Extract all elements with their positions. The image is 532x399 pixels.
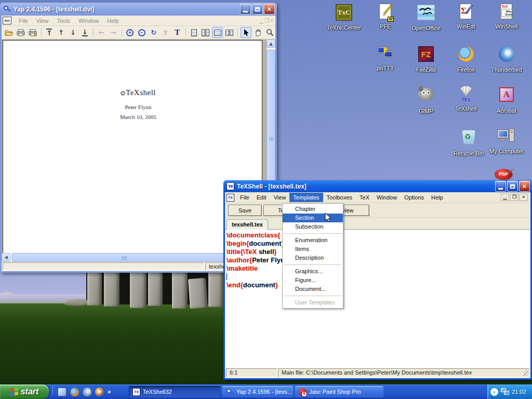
text-tool-button[interactable]: T	[172, 27, 183, 38]
menu-templates[interactable]: Templates	[289, 193, 323, 202]
menu-edit[interactable]: Edit	[253, 193, 270, 202]
resize-grip[interactable]	[523, 370, 529, 377]
fit-width-icon	[214, 30, 221, 36]
stonehenge-stone	[104, 271, 119, 307]
menu-view[interactable]: View	[270, 193, 290, 202]
desktop-icon-winshell[interactable]: TeXWin Shell WinShell	[483, 3, 530, 30]
desktop-icon-my-computer[interactable]: My Computer	[483, 128, 530, 154]
firefox-quicklaunch-icon[interactable]	[70, 388, 79, 396]
yap-menu-tools[interactable]: Tools	[52, 17, 74, 25]
yap-close-button[interactable]: ×	[264, 4, 275, 15]
toolbar-separator	[52, 387, 53, 396]
task-button-paint-shop-pro[interactable]: Jasc Paint Shop Pro	[295, 386, 383, 397]
icon-label: Thunderbird	[483, 66, 530, 73]
tab-texshell-tex[interactable]: texshell.tex	[227, 219, 268, 230]
select-tool-button[interactable]	[241, 27, 251, 38]
open-file-button[interactable]	[4, 27, 15, 38]
menu-item-subsection[interactable]: Subsection	[283, 222, 343, 231]
quicklaunch-overflow-chevron[interactable]: »	[108, 388, 111, 396]
desktop-icon-paint-shop-pro[interactable]: PSP	[495, 169, 512, 180]
desktop-icon-thunderbird[interactable]: Thunderbird	[483, 45, 530, 73]
single-page-view-button[interactable]	[189, 27, 200, 38]
first-page-icon: ↑	[46, 29, 52, 36]
save-button[interactable]: Save	[228, 205, 262, 216]
yap-menu-file[interactable]: File	[15, 17, 32, 25]
pointer-icon	[243, 29, 249, 36]
desktop-icon-winedt[interactable]: Σ WinEdt	[443, 3, 489, 30]
windows-flag-icon	[10, 388, 18, 396]
mdi-close-button[interactable]: ×	[520, 194, 528, 201]
desktop-icon-putty[interactable]: puTTY	[362, 45, 409, 71]
refresh-button[interactable]: ↻	[148, 27, 159, 38]
ruler-tool-button[interactable]: T	[160, 27, 171, 38]
last-page-button[interactable]: ↓	[79, 27, 90, 38]
menu-item-figure[interactable]: Figure...	[283, 276, 343, 285]
task-button-yap[interactable]: Yap 2.4.1596 - [texs...	[222, 386, 293, 397]
menu-help[interactable]: Help	[428, 193, 447, 202]
print-button[interactable]	[16, 27, 26, 38]
desktop-icon-pfe[interactable]: 32 PFE	[362, 3, 409, 30]
taskbar-clock[interactable]: 21:02	[512, 389, 526, 395]
yap-menu-window[interactable]: Window	[74, 17, 103, 25]
continuous-view-icon	[225, 30, 233, 36]
icon-label: WinEdt	[443, 23, 489, 30]
gimp-icon	[417, 88, 435, 107]
hyperref-anchor-icon	[121, 91, 125, 96]
hand-tool-button[interactable]	[252, 27, 263, 38]
desktop-icon-texniccenter[interactable]: TxC TeXnicCenter	[321, 3, 367, 31]
first-page-button[interactable]: ↑	[44, 27, 55, 38]
mdi-restore-button[interactable]: ❒	[510, 194, 518, 201]
stonehenge-stone	[188, 278, 208, 309]
texshell-window: TX TeXShell - [texshell.tex] × TX File E…	[223, 180, 532, 380]
yap-menu-view[interactable]: View	[32, 17, 53, 25]
desktop-icon-texshell[interactable]: TEX TeXshell	[443, 85, 489, 112]
menu-item-graphics[interactable]: Graphics...	[283, 267, 343, 276]
desktop-icon-acrobat[interactable]: A Acrobat	[483, 85, 530, 114]
continuous-view-button[interactable]	[224, 27, 235, 38]
network-tray-icon[interactable]	[501, 388, 509, 395]
fit-width-view-button[interactable]	[212, 27, 223, 38]
magnifier-tool-button[interactable]	[264, 27, 275, 38]
menu-item-description[interactable]: Description	[283, 254, 343, 262]
menu-item-items[interactable]: Items	[283, 245, 343, 254]
texshell-minimize-button[interactable]	[495, 181, 506, 192]
texshell-titlebar[interactable]: TX TeXShell - [texshell.tex] ×	[223, 180, 532, 192]
scroll-up-button[interactable]: ▲	[267, 39, 275, 48]
editor-code[interactable]: \documentclass{\begin{document}\title{\T…	[225, 230, 530, 368]
texshell-statusbar: 6:1 Main file: C:\Documents and Settings…	[225, 368, 530, 378]
start-button[interactable]: start	[0, 384, 49, 399]
menu-item-section[interactable]: Section	[283, 214, 343, 222]
yap-maximize-button[interactable]	[252, 4, 263, 15]
scroll-left-button[interactable]: ◀	[2, 253, 10, 262]
yap-menu-help[interactable]: Help	[103, 17, 123, 25]
show-desktop-icon[interactable]	[58, 388, 66, 396]
texshell-close-button[interactable]: ×	[519, 181, 530, 192]
menu-window[interactable]: Window	[373, 193, 401, 202]
print-setup-button[interactable]	[28, 27, 38, 38]
double-page-view-button[interactable]	[201, 27, 211, 38]
media-player-quicklaunch-icon[interactable]	[95, 388, 104, 396]
menu-item-chapter[interactable]: Chapter	[283, 205, 343, 214]
horizontal-scroll-thumb[interactable]	[12, 253, 236, 262]
menu-separator	[284, 296, 342, 296]
menu-item-document[interactable]: Document...	[283, 285, 343, 294]
menu-toolboxes[interactable]: Toolboxes	[323, 193, 356, 202]
desktop-icon-firefox[interactable]: Firefox	[443, 45, 489, 73]
menu-separator	[284, 264, 342, 265]
previous-page-button[interactable]: ↑	[56, 27, 66, 38]
menu-tex[interactable]: TeX	[356, 193, 373, 202]
tray-collapse-button[interactable]: ‹	[490, 388, 498, 396]
mdi-minimize-button[interactable]: ▁	[501, 194, 509, 201]
texshell-maximize-button[interactable]	[507, 181, 518, 192]
menu-item-enumeration[interactable]: Enumeration	[283, 236, 343, 245]
thunderbird-quicklaunch-icon[interactable]	[83, 388, 91, 396]
menu-options[interactable]: Options	[401, 193, 428, 202]
next-page-button[interactable]: ↓	[68, 27, 78, 38]
yap-minimize-button[interactable]	[240, 4, 251, 15]
text-tool-icon: T	[175, 29, 180, 36]
task-button-texshell32[interactable]: TX TeXShell32	[129, 386, 220, 397]
menu-file[interactable]: File	[236, 193, 253, 202]
zoom-in-button[interactable]: +	[124, 27, 135, 38]
yap-titlebar[interactable]: Yap 2.4.1596 - [texshell.dvi] ×	[0, 3, 277, 16]
zoom-out-button[interactable]: −	[136, 27, 147, 38]
